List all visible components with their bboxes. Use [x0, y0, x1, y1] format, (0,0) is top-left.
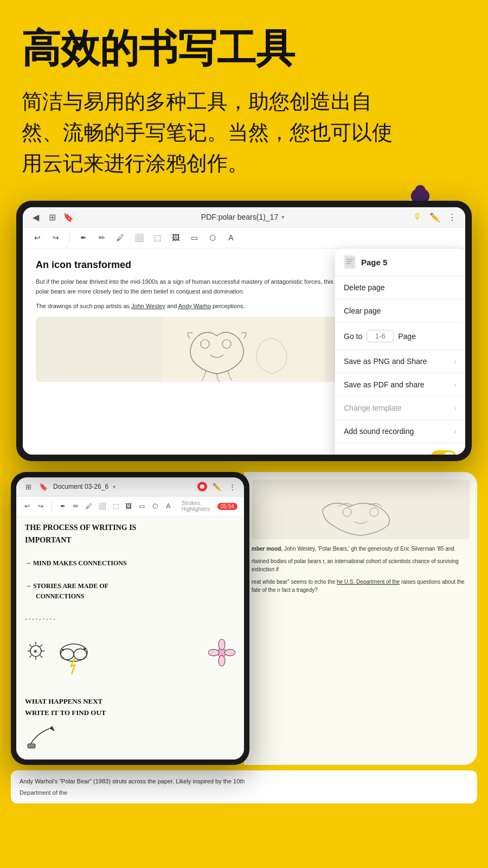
phone-bookmark-icon[interactable]: 🔖	[38, 481, 49, 492]
phone-divider	[52, 501, 52, 512]
document-title: PDF:polar bears(1)_17	[201, 213, 278, 221]
svg-text:☀: ☀	[33, 649, 37, 654]
svg-rect-19	[346, 261, 352, 262]
tablet-screen: ◀ ⊞ 🔖 PDF:polar bears(1)_17 ▾ 🎙 ✏️ ⋮ ↩ ↪	[23, 207, 465, 455]
record-button[interactable]	[197, 482, 207, 492]
redo-icon[interactable]: ↪	[49, 231, 63, 245]
doodle-sun: ☀	[25, 639, 47, 665]
doc-preview-text-2: rtwined bodies of polar bears r, an inte…	[252, 557, 470, 573]
phone-screen: ⊞ 🔖 Document 03-26_6 ▾ ✏️ ⋮ ↩ ↪	[16, 477, 244, 760]
goto-row: Go to Page	[344, 330, 416, 342]
divider	[69, 232, 70, 243]
eraser-icon[interactable]: ⬜	[132, 231, 146, 245]
clear-page-label: Clear page	[344, 307, 381, 315]
phone-image[interactable]: 🖼	[124, 499, 133, 513]
phone-textbox[interactable]: ▭	[138, 499, 146, 513]
dropdown-header: Page 5	[335, 248, 465, 276]
svg-rect-14	[163, 317, 325, 382]
selection-icon[interactable]: ⬚	[150, 231, 164, 245]
doc-preview-text-3: reat white bear" seems to echo the he U.…	[252, 578, 470, 594]
change-template-item[interactable]: Change template ›	[335, 397, 465, 420]
phone-content: THE PROCESS OF WRITING IS IMPORTANT → MI…	[16, 516, 244, 760]
phone-pen-icon[interactable]: ✏️	[211, 481, 222, 492]
toggle-knob	[443, 452, 455, 455]
dept-link[interactable]: he U.S. Department of the	[337, 579, 400, 585]
save-png-label: Save as PNG and Share	[344, 357, 427, 366]
phone-toolbar-left: ⊞ 🔖 Document 03-26_6 ▾	[23, 481, 115, 492]
strokes-label: Strokes, Highlighters	[182, 500, 213, 512]
phone-undo[interactable]: ↩	[23, 499, 31, 513]
experimental-toggle[interactable]	[431, 450, 457, 455]
more-options-icon[interactable]: ⋮	[447, 212, 458, 222]
drawing-tools-bar: ↩ ↪ ✒ ✏ 🖊 ⬜ ⬚ 🖼 ▭ ⬡ A	[23, 227, 465, 248]
chevron-right-icon-3: ›	[454, 404, 457, 412]
image-icon[interactable]: 🖼	[169, 231, 183, 245]
text-box-icon[interactable]: ▭	[187, 231, 201, 245]
back-icon[interactable]: ◀	[30, 212, 41, 222]
highlighter-icon[interactable]: 🖊	[113, 231, 127, 245]
toolbar-left: ◀ ⊞ 🔖	[30, 212, 74, 222]
save-pdf-label: Save as PDF and share	[344, 380, 425, 389]
grid-icon[interactable]: ⊞	[47, 212, 57, 222]
phone-more-icon[interactable]: ⋮	[227, 481, 237, 492]
dept-caption: Department of the	[20, 788, 468, 797]
hw-line-7: WRITE IT TO FIND OUT	[25, 707, 235, 719]
goto-label: Go to	[344, 332, 362, 341]
link-andy-warhol[interactable]: Andy Warho	[178, 303, 211, 309]
bookmark-icon[interactable]: 🔖	[63, 212, 74, 222]
save-png-item[interactable]: Save as PNG and Share ›	[335, 350, 465, 373]
phone-chevron: ▾	[113, 484, 115, 490]
doc-preview-text-1: mber mood. John Wesley, 'Polar Bears,' g…	[252, 545, 470, 553]
dept-label: Department of the	[20, 789, 67, 796]
phone-redo[interactable]: ↪	[36, 499, 44, 513]
add-sound-item[interactable]: Add sound recording ›	[335, 420, 465, 443]
pencil-tool-icon[interactable]: ✏	[95, 231, 109, 245]
page-icon	[344, 255, 356, 269]
save-pdf-item[interactable]: Save as PDF and share ›	[335, 373, 465, 397]
phone-pen-tool[interactable]: ✒	[58, 499, 67, 513]
add-sound-label: Add sound recording	[344, 427, 414, 436]
hero-title: 高效的书写工具	[22, 27, 466, 70]
hw-line-2: IMPORTANT	[25, 534, 235, 546]
phone-eraser[interactable]: ⬜	[98, 499, 107, 513]
experimental-features-item[interactable]: Experimental features	[335, 443, 465, 455]
svg-point-32	[224, 649, 235, 656]
phone-text[interactable]: A	[164, 499, 172, 513]
shape-icon[interactable]: ⬡	[206, 231, 220, 245]
dropdown-header-title: Page 5	[361, 258, 387, 267]
svg-rect-33	[28, 744, 35, 748]
svg-rect-20	[346, 263, 351, 264]
phone-selection[interactable]: ⬚	[111, 499, 120, 513]
phone-pencil-tool[interactable]: ✏	[72, 499, 80, 513]
link-john-wesley[interactable]: John Wesley	[131, 303, 165, 309]
hw-line-4: → STORIES ARE MADE OF	[25, 581, 235, 591]
phone-toolbar-right: ✏️ ⋮	[197, 481, 237, 492]
phone-doc-title: Document 03-26_6	[53, 483, 108, 490]
phone-grid-icon[interactable]: ⊞	[23, 481, 34, 492]
hero-subtitle: 简洁与易用的多种工具，助您创造出自然、流畅的手写笔记。当然，您也可以使用云记来进…	[22, 86, 401, 179]
pen-tool-icon[interactable]: ✒	[76, 231, 91, 245]
goto-input[interactable]	[367, 330, 394, 342]
phone-highlighter[interactable]: 🖊	[85, 499, 93, 513]
microphone-icon[interactable]: 🎙	[412, 212, 423, 222]
clear-page-item[interactable]: Clear page	[335, 299, 465, 323]
caption-text: Andy Warhol's "Polar Bear" (1983) struts…	[20, 777, 468, 786]
timer-badge: 05:54	[217, 503, 237, 510]
bottom-spacer	[0, 809, 488, 825]
pen-icon[interactable]: ✏️	[429, 212, 440, 222]
hw-line-dashes: - · - · - · - · -	[25, 614, 235, 624]
text-icon[interactable]: A	[224, 231, 238, 245]
doodle-row: ☀	[25, 639, 235, 681]
tablet-device: ◀ ⊞ 🔖 PDF:polar bears(1)_17 ▾ 🎙 ✏️ ⋮ ↩ ↪	[16, 201, 472, 461]
hw-line-6: WHAT HAPPENS NEXT	[25, 696, 235, 707]
document-title-bar[interactable]: PDF:polar bears(1)_17 ▾	[201, 213, 285, 221]
chevron-right-icon: ›	[454, 357, 457, 366]
experimental-label: Experimental features	[344, 454, 418, 455]
phone-shape[interactable]: ⬡	[151, 499, 159, 513]
goto-page-item[interactable]: Go to Page	[335, 323, 465, 350]
undo-icon[interactable]: ↩	[30, 231, 44, 245]
delete-page-item[interactable]: Delete page	[335, 276, 465, 299]
tablet-toolbar: ◀ ⊞ 🔖 PDF:polar bears(1)_17 ▾ 🎙 ✏️ ⋮	[23, 207, 465, 227]
svg-point-5	[415, 185, 426, 195]
tablet-section: ◀ ⊞ 🔖 PDF:polar bears(1)_17 ▾ 🎙 ✏️ ⋮ ↩ ↪	[0, 201, 488, 461]
